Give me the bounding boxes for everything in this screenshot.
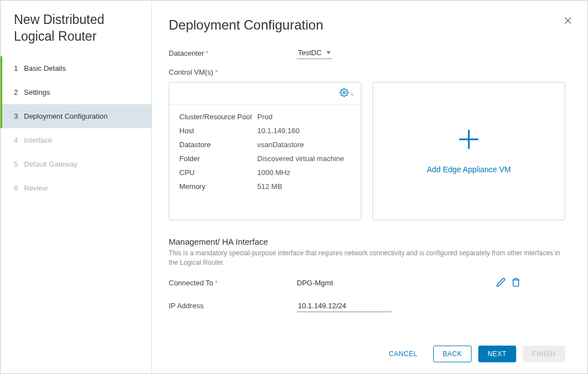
chevron-down-icon: ⌄ (350, 90, 354, 96)
vm-host-label: Host (179, 127, 257, 135)
vm-card-header: ⌄ (169, 82, 361, 105)
vm-folder-label: Folder (179, 154, 257, 163)
svg-point-0 (343, 91, 345, 94)
add-edge-appliance-card[interactable]: Add Edge Appliance VM (373, 82, 565, 220)
vm-folder-row: Folder Discovered virtual machine (179, 154, 351, 163)
required-indicator: * (215, 279, 218, 287)
datacenter-select[interactable]: TestDC (297, 47, 332, 59)
vm-datastore-row: Datastore vsanDatastore (179, 140, 351, 149)
step-label: Basic Details (24, 64, 66, 72)
plus-icon (458, 128, 480, 153)
edit-icon[interactable] (496, 278, 506, 289)
step-review: 6 Review (1, 176, 151, 200)
mgmt-section-title: Management/ HA Interface (169, 237, 565, 246)
vm-folder-value: Discovered virtual machine (257, 154, 351, 163)
ip-address-row: IP Address (169, 300, 565, 312)
trash-icon[interactable] (511, 278, 521, 289)
step-num: 2 (14, 88, 24, 96)
vm-cluster-row: Cluster/Resource Pool Prod (179, 113, 351, 121)
vm-host-row: Host 10.1.149.160 (179, 127, 351, 135)
vm-host-value: 10.1.149.160 (257, 127, 351, 135)
back-button[interactable]: BACK (433, 346, 472, 362)
vm-cluster-label: Cluster/Resource Pool (179, 113, 257, 121)
close-icon[interactable] (562, 14, 574, 28)
cancel-button[interactable]: CANCEL (380, 346, 427, 362)
main-panel: Deployment Configuration Datacenter* Tes… (152, 1, 587, 373)
required-indicator: * (215, 68, 218, 76)
vm-settings-button[interactable]: ⌄ (340, 88, 354, 99)
vm-cpu-label: CPU (179, 168, 257, 177)
vm-datastore-label: Datastore (179, 140, 257, 149)
step-label: Deployment Configuration (24, 112, 107, 120)
required-indicator: * (206, 49, 209, 57)
vm-card-body: Cluster/Resource Pool Prod Host 10.1.149… (169, 105, 361, 204)
step-label: Interface (24, 136, 52, 144)
step-num: 3 (14, 112, 24, 120)
wizard-sidebar: New Distributed Logical Router 1 Basic D… (1, 1, 152, 373)
vm-memory-value: 512 MB (257, 182, 351, 191)
connected-to-row: Connected To* DPG-Mgmt (169, 278, 565, 289)
page-title: Deployment Configuration (169, 17, 565, 33)
add-edge-label: Add Edge Appliance VM (427, 165, 511, 174)
datacenter-row: Datacenter* TestDC (169, 47, 565, 59)
step-num: 6 (14, 184, 24, 192)
vm-cards: ⌄ Cluster/Resource Pool Prod Host 10.1.1… (169, 82, 565, 220)
vm-cpu-row: CPU 1000 MHz (179, 168, 351, 177)
step-basic-details[interactable]: 1 Basic Details (1, 56, 151, 80)
step-label: Settings (24, 88, 50, 96)
control-vm-row: Control VM(s)* (169, 68, 565, 76)
datacenter-label-text: Datacenter (169, 49, 204, 57)
vm-memory-row: Memory 512 MB (179, 182, 351, 191)
vm-card: ⌄ Cluster/Resource Pool Prod Host 10.1.1… (169, 82, 361, 220)
vm-cluster-value: Prod (257, 113, 351, 121)
step-num: 4 (14, 136, 24, 144)
finish-button: FINISH (523, 346, 565, 362)
step-label: Review (24, 184, 48, 192)
wizard-modal: New Distributed Logical Router 1 Basic D… (0, 0, 588, 374)
connected-to-value: DPG-Mgmt (297, 279, 333, 287)
step-deployment-configuration[interactable]: 3 Deployment Configuration (1, 104, 151, 128)
wizard-title: New Distributed Logical Router (1, 12, 151, 56)
connected-to-label: Connected To* (169, 279, 297, 287)
control-vm-label: Control VM(s)* (169, 68, 297, 76)
ip-address-input[interactable] (297, 300, 391, 312)
step-num: 5 (14, 160, 24, 168)
step-list: 1 Basic Details 2 Settings 3 Deployment … (1, 56, 151, 200)
gear-icon (340, 88, 349, 99)
wizard-footer: CANCEL BACK NEXT FINISH (169, 336, 565, 362)
step-settings[interactable]: 2 Settings (1, 80, 151, 104)
control-vm-label-text: Control VM(s) (169, 68, 213, 76)
step-default-gateway: 5 Default Gateway (1, 152, 151, 176)
datacenter-label: Datacenter* (169, 49, 297, 57)
vm-cpu-value: 1000 MHz (257, 168, 351, 177)
next-button[interactable]: NEXT (478, 346, 516, 362)
vm-datastore-value: vsanDatastore (257, 140, 351, 149)
connected-to-actions (496, 278, 521, 289)
step-num: 1 (14, 64, 24, 72)
ip-address-label: IP Address (169, 302, 297, 310)
vm-memory-label: Memory (179, 182, 257, 191)
connected-to-label-text: Connected To (169, 279, 213, 287)
step-label: Default Gateway (24, 160, 77, 168)
step-interface: 4 Interface (1, 128, 151, 152)
mgmt-section-desc: This is a mandatory special-purpose inte… (169, 249, 565, 268)
